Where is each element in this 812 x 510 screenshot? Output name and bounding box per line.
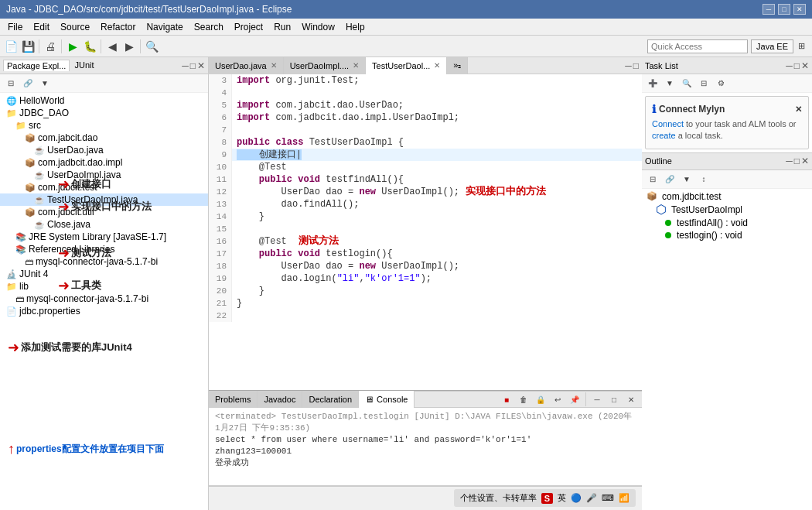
task-settings-btn[interactable]: ⚙ — [713, 76, 728, 91]
new-button[interactable]: 📄 — [3, 39, 19, 54]
outline-class[interactable]: ⬡ TestUserDaoImpl — [642, 203, 812, 217]
separator2 — [61, 39, 62, 53]
editor-maximize[interactable]: □ — [633, 60, 639, 71]
tab-javadoc[interactable]: Javadoc — [258, 391, 302, 408]
task-collapse-btn[interactable]: ⊟ — [696, 76, 711, 91]
outline-maximize[interactable]: □ — [794, 156, 800, 166]
java-ee-button[interactable]: Java EE — [751, 39, 793, 53]
outline-method-2[interactable]: testlogin() : void — [642, 229, 812, 241]
console-pin[interactable]: 📌 — [567, 392, 582, 407]
tree-item-jre[interactable]: 📚 JRE System Library [JavaSE-1.7] — [0, 231, 208, 243]
task-list-close[interactable]: ✕ — [801, 60, 809, 71]
left-panel-close[interactable]: ✕ — [197, 60, 205, 71]
tab-declaration[interactable]: Declaration — [302, 391, 359, 408]
tree-item-testuserdaoimpl[interactable]: ☕ TestUserDaoImpl.java — [0, 193, 208, 206]
task-list-maximize[interactable]: □ — [794, 60, 800, 71]
console-word-wrap[interactable]: ↩ — [550, 392, 565, 407]
link-button[interactable]: 🔗 — [20, 76, 36, 91]
tab-testuserdaoimpl[interactable]: TestUserDaol... ✕ — [366, 57, 447, 74]
tree-item-ref-libs[interactable]: 📚 Referenced Libraries — [0, 243, 208, 255]
minimize-button[interactable]: ─ — [763, 4, 775, 15]
outline-tree: 📦 com.jdbcit.test ⬡ TestUserDaoImpl test… — [642, 189, 812, 510]
tab-userdao-close[interactable]: ✕ — [271, 61, 277, 70]
menu-project[interactable]: Project — [230, 20, 268, 34]
mylyn-connect-link[interactable]: Connect — [652, 119, 684, 128]
menu-window[interactable]: Window — [297, 20, 339, 34]
left-panel-maximize[interactable]: □ — [190, 60, 196, 71]
left-panel-minimize[interactable]: ─ — [182, 60, 189, 71]
mylyn-close-icon[interactable]: ✕ — [795, 104, 802, 115]
tree-item-src[interactable]: 📁 src — [0, 119, 208, 132]
outline-link-btn[interactable]: 🔗 — [662, 171, 677, 187]
menu-search[interactable]: Search — [189, 20, 228, 34]
junit-tab[interactable]: JUnit — [71, 60, 97, 71]
tree-item-userdaoimpl[interactable]: ☕ UserDaoImpl.java — [0, 169, 208, 181]
tree-item-helloworld[interactable]: 🌐 HelloWorld — [0, 94, 208, 107]
console-scroll-lock[interactable]: 🔒 — [533, 392, 548, 407]
task-new-btn[interactable]: ➕ — [645, 76, 660, 91]
tab-testuserdaoimpl-close[interactable]: ✕ — [434, 61, 440, 70]
collapse-all-button[interactable]: ⊟ — [3, 76, 19, 91]
search-button[interactable]: 🔍 — [144, 39, 159, 54]
tree-item-jdbc-dao[interactable]: 📁 JDBC_DAO — [0, 107, 208, 119]
tree-item-com-jadbcit-dao-impl[interactable]: 📦 com.jadbcit.dao.impl — [0, 156, 208, 169]
menu-navigate[interactable]: Navigate — [142, 20, 187, 34]
tree-item-junit4[interactable]: 🔬 JUnit 4 — [0, 268, 208, 280]
mylyn-create-link[interactable]: create — [652, 131, 676, 140]
tree-item-com-jabcit-dao[interactable]: 📦 com.jabcit.dao — [0, 132, 208, 144]
task-filter-btn[interactable]: ▼ — [662, 76, 677, 91]
tab-userdao[interactable]: UserDao.java ✕ — [209, 57, 284, 74]
outline-minimize[interactable]: ─ — [786, 156, 793, 166]
debug-button[interactable]: 🐛 — [82, 39, 97, 54]
console-minimize[interactable]: ─ — [589, 392, 605, 407]
run-button[interactable]: ▶ — [65, 39, 80, 54]
code-line-16: 16 @Test 测试方法 — [209, 235, 642, 248]
tree-item-com-jdbcit-test[interactable]: 📦 com.jdbcit.test — [0, 181, 208, 193]
outline-sort-btn[interactable]: ↕ — [696, 171, 711, 187]
back-button[interactable]: ◀ — [104, 39, 120, 54]
outline-package[interactable]: 📦 com.jdbcit.test — [642, 190, 812, 203]
menu-file[interactable]: File — [3, 20, 27, 34]
tree-item-userdao[interactable]: ☕ UserDao.java — [0, 144, 208, 156]
quick-access-input[interactable] — [647, 39, 748, 53]
task-search-btn[interactable]: 🔍 — [679, 76, 694, 91]
tree-item-mysql-2[interactable]: 🗃 mysql-connector-java-5.1.7-bi — [0, 293, 208, 305]
maximize-button[interactable]: □ — [778, 4, 790, 15]
outline-method-1[interactable]: testfindAll() : void — [642, 217, 812, 229]
editor-minimize[interactable]: ─ — [625, 60, 632, 71]
tree-item-close-java[interactable]: ☕ Close.java — [0, 218, 208, 231]
package-explorer-tab[interactable]: Package Expl... — [3, 60, 70, 71]
menu-run[interactable]: Run — [269, 20, 295, 34]
menu-refactor[interactable]: Refactor — [96, 20, 140, 34]
console-maximize[interactable]: □ — [606, 392, 622, 407]
tab-userdaoimpl[interactable]: UserDaoImpl.... ✕ — [284, 57, 366, 74]
forward-button[interactable]: ▶ — [121, 39, 137, 54]
menu-edit[interactable]: Edit — [29, 20, 54, 34]
save-button[interactable]: 💾 — [20, 39, 36, 54]
tree-item-mysql-1[interactable]: 🗃 mysql-connector-java-5.1.7-bi — [0, 255, 208, 268]
tab-problems[interactable]: Problems — [209, 391, 258, 408]
window-controls[interactable]: ─ □ ✕ — [763, 4, 806, 15]
console-close[interactable]: ✕ — [623, 392, 639, 407]
tree-item-com-jdbcit-util[interactable]: 📦 com.jdbcit.util — [0, 206, 208, 218]
editor-area[interactable]: 3 import org.junit.Test; 4 5 import com.… — [209, 74, 642, 390]
print-button[interactable]: 🖨 — [43, 39, 58, 54]
tab-userdaoimpl-close[interactable]: ✕ — [353, 61, 359, 70]
filter-button[interactable]: ▼ — [37, 76, 53, 91]
tree-item-jdbc-props[interactable]: 📄 jdbc.properties — [0, 305, 208, 317]
perspectives-button[interactable]: ⊞ — [793, 39, 809, 54]
console-terminate[interactable]: ■ — [499, 392, 514, 407]
menu-source[interactable]: Source — [56, 20, 94, 34]
console-area[interactable]: <terminated> TestUserDaoImpl.testlogin [… — [209, 408, 642, 486]
menu-help[interactable]: Help — [341, 20, 370, 34]
console-clear[interactable]: 🗑 — [516, 392, 531, 407]
close-button[interactable]: ✕ — [793, 4, 806, 15]
tab-overflow[interactable]: »₂ — [447, 57, 468, 74]
outline-filter-btn[interactable]: ▼ — [679, 171, 694, 187]
outline-collapse-btn[interactable]: ⊟ — [645, 171, 660, 187]
sogou-icon[interactable]: S — [541, 493, 553, 504]
tab-console[interactable]: 🖥Console — [359, 391, 415, 408]
tree-item-lib[interactable]: 📁 lib — [0, 280, 208, 293]
outline-close[interactable]: ✕ — [801, 156, 809, 166]
task-list-minimize[interactable]: ─ — [786, 60, 793, 71]
